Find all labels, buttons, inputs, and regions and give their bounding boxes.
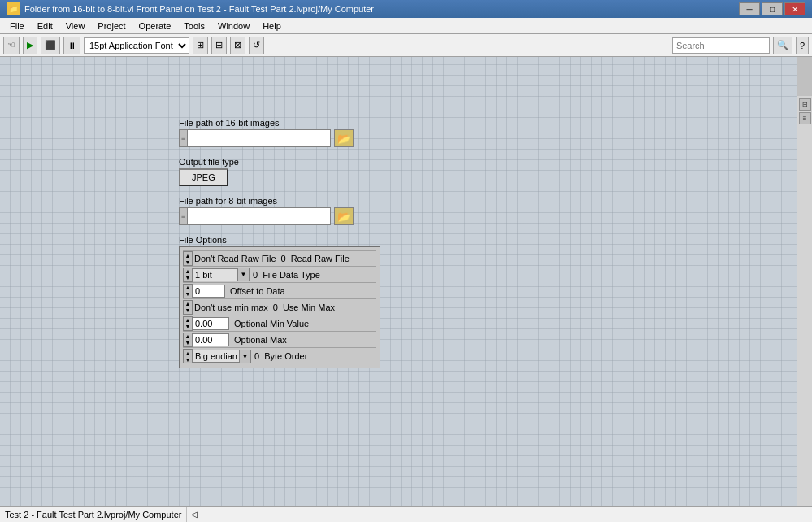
run-button[interactable]: ▶ xyxy=(23,37,37,54)
options-row-1: ▲ ▼ 1 bit ▼ 0 File Data Type xyxy=(183,267,376,283)
endian-dropdown[interactable]: Big endian ▼ xyxy=(193,350,251,363)
max-value-input[interactable] xyxy=(193,333,229,346)
search-icon: 🔍 xyxy=(777,40,788,50)
distribute-button[interactable]: ⊟ xyxy=(211,37,227,54)
ri-icon-1[interactable]: ⊞ xyxy=(799,98,811,111)
order-button[interactable]: ↺ xyxy=(249,37,264,54)
file-path-8bit-input[interactable] xyxy=(188,208,330,224)
spin-up-2[interactable]: ▲ xyxy=(184,285,192,291)
stop-button[interactable]: ⬛ xyxy=(41,37,60,54)
menu-help[interactable]: Help xyxy=(256,20,288,33)
file-indicator-icon: ≡ xyxy=(181,135,185,142)
menu-file[interactable]: File xyxy=(3,20,31,33)
panel-area: File path of 16-bit images ≡ 📂 Output fi… xyxy=(0,57,797,508)
status-arrow-button[interactable]: ◁ xyxy=(187,507,202,522)
pause-icon: ⏸ xyxy=(67,41,76,50)
menu-view[interactable]: View xyxy=(59,20,92,33)
resize-button[interactable]: ⊠ xyxy=(230,37,245,54)
min-value-input[interactable] xyxy=(193,317,229,330)
file-path-8bit-label: File path for 8-bit images xyxy=(179,196,380,206)
spin-up-6[interactable]: ▲ xyxy=(184,350,192,356)
file-8bit-indicator-icon: ≡ xyxy=(181,213,185,220)
file-path-16bit-input-wrapper: ≡ xyxy=(179,129,331,147)
search-button[interactable]: 🔍 xyxy=(773,37,792,54)
spin-down-3[interactable]: ▼ xyxy=(184,307,192,314)
spin-control-3[interactable]: ▲ ▼ xyxy=(183,300,193,315)
menu-window[interactable]: Window xyxy=(211,20,256,33)
options-row-0: ▲ ▼ Don't Read Raw File 0 Read Raw File xyxy=(183,250,376,267)
toolbar: ☜ ▶ ⬛ ⏸ 15pt Application Font ⊞ ⊟ ⊠ ↺ 🔍 … xyxy=(0,34,812,57)
use-min-max-label: Use Min Max xyxy=(281,302,337,313)
output-file-type-section: Output file type JPEG xyxy=(179,157,380,186)
spin-control-5[interactable]: ▲ ▼ xyxy=(183,333,193,347)
distribute-icon: ⊟ xyxy=(215,40,223,50)
spin-up-3[interactable]: ▲ xyxy=(184,301,192,307)
spin-control-4[interactable]: ▲ ▼ xyxy=(183,316,193,331)
minimize-button[interactable]: ─ xyxy=(739,2,760,15)
menu-tools[interactable]: Tools xyxy=(177,20,211,33)
spin-up-4[interactable]: ▲ xyxy=(184,317,192,324)
file-options-section: File Options ▲ ▼ Don't Read Raw File 0 R… xyxy=(179,235,380,368)
bit-dropdown[interactable]: 1 bit ▼ xyxy=(193,268,250,281)
spin-control-0[interactable]: ▲ ▼ xyxy=(183,251,193,266)
file-options-label: File Options xyxy=(179,235,380,245)
title-bar-left: 📁 Folder from 16-bit to 8-bit.vi Front P… xyxy=(7,2,374,15)
stop-icon: ⬛ xyxy=(45,40,56,50)
byte-order-label: Byte Order xyxy=(263,350,309,362)
order-icon: ↺ xyxy=(253,40,260,50)
close-button[interactable]: ✕ xyxy=(784,2,805,15)
spin-up-5[interactable]: ▲ xyxy=(184,333,192,340)
menu-project[interactable]: Project xyxy=(91,20,132,33)
font-selector[interactable]: 15pt Application Font xyxy=(84,37,189,54)
maximize-button[interactable]: □ xyxy=(762,2,783,15)
indicator-value-1: 0 xyxy=(253,270,258,280)
jpeg-button[interactable]: JPEG xyxy=(179,168,228,186)
file-path-8bit-input-wrapper: ≡ xyxy=(179,207,331,225)
file-path-16bit-label: File path of 16-bit images xyxy=(179,118,380,128)
options-row-2: ▲ ▼ Offset to Data xyxy=(183,283,376,299)
ri-icon-2[interactable]: ≡ xyxy=(799,112,811,124)
back-button[interactable]: ☜ xyxy=(3,37,20,54)
folder-8bit-button[interactable]: 📂 xyxy=(334,207,354,225)
right-icon-strip: ⊞ ≡ xyxy=(797,96,812,522)
spin-down-6[interactable]: ▼ xyxy=(184,356,192,363)
status-bar: Test 2 - Fault Test Part 2.lvproj/My Com… xyxy=(0,506,812,522)
help-button[interactable]: ? xyxy=(796,37,809,54)
spin-down-5[interactable]: ▼ xyxy=(184,340,192,346)
endian-dropdown-arrow-icon: ▼ xyxy=(239,350,250,363)
pause-button[interactable]: ⏸ xyxy=(63,37,80,54)
file-path-16bit-input[interactable] xyxy=(188,130,330,146)
endian-dropdown-text: Big endian xyxy=(193,351,239,361)
offset-input[interactable] xyxy=(193,285,225,298)
spin-control-6[interactable]: ▲ ▼ xyxy=(183,349,193,363)
spin-down-0[interactable]: ▼ xyxy=(184,259,192,265)
menu-edit[interactable]: Edit xyxy=(31,20,59,33)
file-path-16bit-row: ≡ 📂 xyxy=(179,129,380,147)
offset-label: Offset to Data xyxy=(228,285,287,297)
indicator-value-6: 0 xyxy=(254,351,259,361)
folder-16bit-button[interactable]: 📂 xyxy=(334,129,354,147)
search-input[interactable] xyxy=(672,37,770,54)
title-bar-controls[interactable]: ─ □ ✕ xyxy=(739,2,805,15)
spin-control-1[interactable]: ▲ ▼ xyxy=(183,268,193,282)
align-icon: ⊞ xyxy=(197,40,204,50)
spin-down-1[interactable]: ▼ xyxy=(184,275,192,281)
folder-8bit-icon: 📂 xyxy=(337,211,350,223)
controls-container: File path of 16-bit images ≡ 📂 Output fi… xyxy=(179,118,380,368)
options-row-4: ▲ ▼ Optional Min Value xyxy=(183,315,376,332)
options-row-5: ▲ ▼ Optional Max xyxy=(183,332,376,348)
spin-control-2[interactable]: ▲ ▼ xyxy=(183,284,193,298)
dropdown-arrow-icon: ▼ xyxy=(237,268,249,281)
menu-operate[interactable]: Operate xyxy=(132,20,178,33)
align-button[interactable]: ⊞ xyxy=(193,37,208,54)
spin-up-0[interactable]: ▲ xyxy=(184,252,192,259)
indicator-value-0: 0 xyxy=(281,254,286,263)
file-path-indicator: ≡ xyxy=(180,130,188,146)
spin-down-4[interactable]: ▼ xyxy=(184,324,192,330)
title-bar-text: Folder from 16-bit to 8-bit.vi Front Pan… xyxy=(24,4,374,14)
spin-up-1[interactable]: ▲ xyxy=(184,268,192,275)
spin-down-2[interactable]: ▼ xyxy=(184,291,192,298)
output-file-type-label: Output file type xyxy=(179,157,380,167)
run-icon: ▶ xyxy=(27,40,33,50)
indicator-value-3: 0 xyxy=(273,302,278,312)
